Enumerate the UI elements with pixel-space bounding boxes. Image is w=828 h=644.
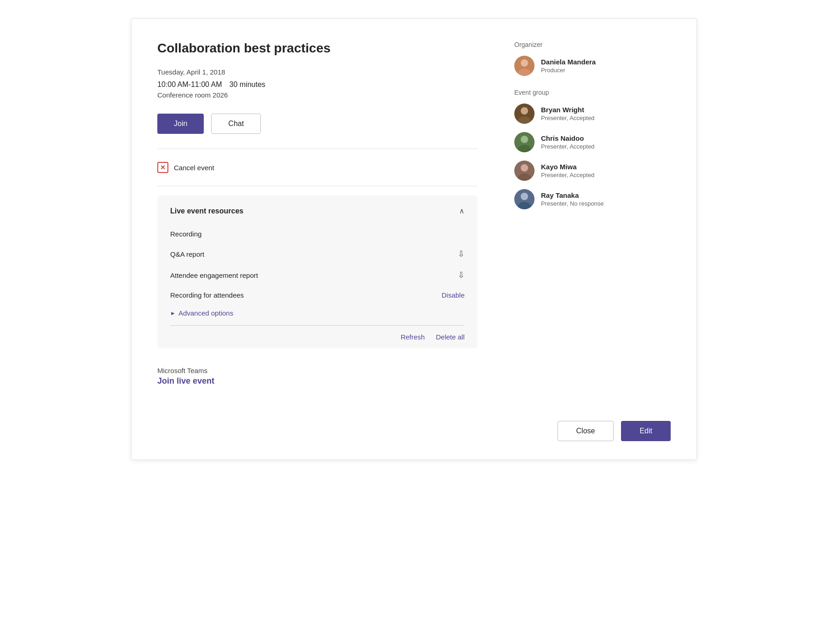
- event-date: Tuesday, April 1, 2018: [157, 67, 477, 78]
- divider-2: [157, 186, 477, 186]
- svg-point-0: [521, 59, 528, 67]
- cancel-icon: ✕: [157, 162, 168, 173]
- resources-box: Live event resources ∧ Recording Q&A rep…: [157, 196, 477, 348]
- member-row-bryan: Bryan Wright Presenter, Accepted: [514, 104, 671, 124]
- svg-point-6: [521, 164, 528, 172]
- resources-header[interactable]: Live event resources ∧: [170, 207, 465, 215]
- member-row-chris: Chris Naidoo Presenter, Accepted: [514, 132, 671, 152]
- refresh-button[interactable]: Refresh: [401, 333, 425, 341]
- event-duration: 30 minutes: [230, 80, 265, 89]
- organizer-role: Producer: [541, 67, 596, 74]
- action-buttons: Join Chat: [157, 114, 477, 134]
- main-layout: Collaboration best practices Tuesday, Ap…: [157, 41, 671, 406]
- member-row-ray: Ray Tanaka Presenter, No response: [514, 189, 671, 209]
- resource-label-recording-attendees: Recording for attendees: [170, 291, 244, 299]
- organizer-row: Daniela Mandera Producer: [514, 56, 671, 76]
- right-panel: Organizer Daniela Mandera Producer Event…: [505, 41, 671, 406]
- svg-point-4: [521, 136, 528, 143]
- avatar-chris: [514, 132, 535, 152]
- organizer-info: Daniela Mandera Producer: [541, 58, 596, 74]
- member-name-ray: Ray Tanaka: [541, 191, 604, 199]
- member-name-kayo: Kayo Miwa: [541, 163, 594, 171]
- member-info-bryan: Bryan Wright Presenter, Accepted: [541, 106, 594, 121]
- svg-point-1: [518, 69, 531, 76]
- triangle-icon: ►: [170, 310, 176, 316]
- edit-button[interactable]: Edit: [621, 421, 671, 441]
- join-button[interactable]: Join: [157, 114, 204, 134]
- resource-label-engagement: Attendee engagement report: [170, 271, 258, 279]
- resource-row-recording-attendees: Recording for attendees Disable: [170, 286, 465, 305]
- close-button[interactable]: Close: [558, 421, 614, 441]
- engagement-download-icon[interactable]: ⇩: [458, 270, 465, 280]
- member-info-kayo: Kayo Miwa Presenter, Accepted: [541, 163, 594, 178]
- avatar-kayo: [514, 161, 535, 181]
- dialog-footer: Close Edit: [157, 406, 671, 441]
- disable-button[interactable]: Disable: [442, 291, 465, 299]
- svg-point-9: [518, 202, 531, 209]
- svg-point-8: [521, 193, 528, 200]
- member-role-chris: Presenter, Accepted: [541, 143, 594, 150]
- event-location: Conference room 2026: [157, 90, 477, 101]
- svg-point-7: [518, 173, 531, 181]
- collapse-icon: ∧: [459, 207, 465, 215]
- member-role-kayo: Presenter, Accepted: [541, 172, 594, 178]
- cancel-event-label: Cancel event: [174, 164, 214, 172]
- avatar-organizer: [514, 56, 535, 76]
- member-name-chris: Chris Naidoo: [541, 134, 594, 142]
- event-title: Collaboration best practices: [157, 41, 477, 56]
- chat-button[interactable]: Chat: [211, 114, 261, 134]
- join-live-event-link[interactable]: Join live event: [157, 376, 214, 385]
- member-role-ray: Presenter, No response: [541, 200, 604, 207]
- divider-1: [157, 149, 477, 149]
- left-panel: Collaboration best practices Tuesday, Ap…: [157, 41, 505, 406]
- event-group-label: Event group: [514, 89, 671, 96]
- member-row-kayo: Kayo Miwa Presenter, Accepted: [514, 161, 671, 181]
- advanced-options-row[interactable]: ► Advanced options: [170, 309, 465, 317]
- resources-title: Live event resources: [170, 207, 243, 215]
- svg-point-2: [521, 107, 528, 115]
- svg-point-3: [518, 116, 531, 124]
- ms-teams-label: Microsoft Teams: [157, 367, 477, 374]
- member-name-bryan: Bryan Wright: [541, 106, 594, 114]
- resource-row-engagement: Attendee engagement report ⇩: [170, 264, 465, 286]
- delete-all-button[interactable]: Delete all: [436, 333, 465, 341]
- organizer-name: Daniela Mandera: [541, 58, 596, 66]
- ms-teams-section: Microsoft Teams Join live event: [157, 367, 477, 386]
- member-role-bryan: Presenter, Accepted: [541, 115, 594, 121]
- resources-footer: Refresh Delete all: [170, 331, 465, 341]
- event-time-line: 10:00 AM-11:00 AM 30 minutes: [157, 80, 477, 89]
- cancel-event-row[interactable]: ✕ Cancel event: [157, 158, 477, 177]
- member-info-ray: Ray Tanaka Presenter, No response: [541, 191, 604, 207]
- svg-point-5: [518, 145, 531, 152]
- resource-label-qa: Q&A report: [170, 250, 204, 258]
- avatar-bryan: [514, 104, 535, 124]
- dialog-container: Collaboration best practices Tuesday, Ap…: [131, 18, 697, 460]
- resource-row-recording: Recording: [170, 224, 465, 243]
- qa-download-icon[interactable]: ⇩: [458, 249, 465, 259]
- member-info-chris: Chris Naidoo Presenter, Accepted: [541, 134, 594, 150]
- resource-row-qa: Q&A report ⇩: [170, 243, 465, 264]
- resource-label-recording: Recording: [170, 230, 201, 238]
- avatar-ray: [514, 189, 535, 209]
- advanced-options-label: Advanced options: [178, 309, 233, 317]
- event-time: 10:00 AM-11:00 AM: [157, 80, 222, 89]
- organizer-section-label: Organizer: [514, 41, 671, 48]
- resources-footer-divider: [170, 325, 465, 326]
